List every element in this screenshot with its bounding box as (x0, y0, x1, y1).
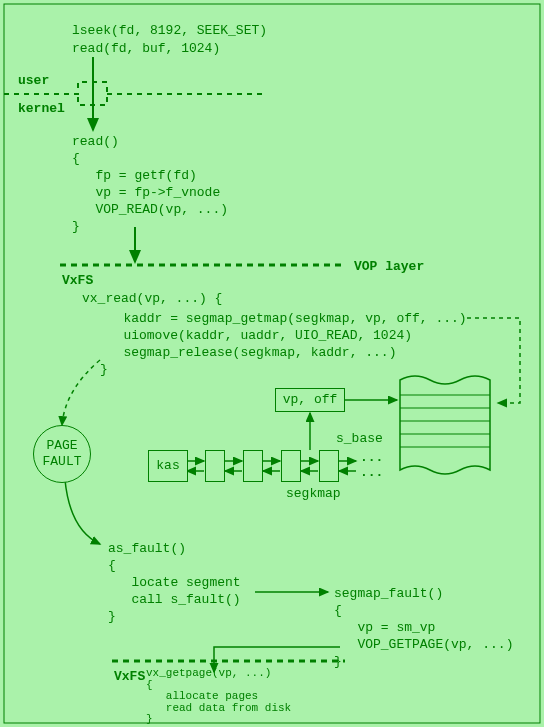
vop-layer-label: VOP layer (354, 258, 424, 276)
segfault-l2: { (334, 602, 342, 620)
kernel-label: kernel (18, 100, 65, 118)
s-base-label: s_base (336, 430, 383, 448)
vxread-l3: uiomove(kaddr, uaddr, UIO_READ, 1024) (100, 327, 412, 345)
kernel-read-l5: VOP_READ(vp, ...) (72, 201, 228, 219)
asfault-l2: { (108, 557, 116, 575)
vxread-l5: } (100, 361, 108, 379)
user-code-line2: read(fd, buf, 1024) (72, 40, 220, 58)
user-code-line1: lseek(fd, 8192, SEEK_SET) (72, 22, 267, 40)
vxread-l2: kaddr = segmap_getmap(segkmap, vp, off, … (100, 310, 467, 328)
asfault-l5: } (108, 608, 116, 626)
vp-off-label: vp, off (283, 392, 338, 407)
kas-label: kas (156, 458, 179, 473)
user-label: user (18, 72, 49, 90)
vxread-l1: vx_read(vp, ...) { (82, 290, 222, 308)
asfault-l4: call s_fault() (108, 591, 241, 609)
asfault-l1: as_fault() (108, 540, 186, 558)
vxfs-label-2: VxFS (114, 668, 145, 686)
vxgetpage-l1: vx_getpage(vp, ...) { allocate pages rea… (146, 668, 291, 726)
seg-node-2 (243, 450, 263, 482)
page-fault-node: PAGE FAULT (33, 425, 91, 483)
flow-lines (0, 0, 544, 727)
seg-node-1 (205, 450, 225, 482)
segfault-l5: } (334, 653, 342, 671)
diagram-canvas: lseek(fd, 8192, SEEK_SET) read(fd, buf, … (0, 0, 544, 727)
segfault-l1: segmap_fault() (334, 585, 443, 603)
asfault-l3: locate segment (108, 574, 241, 592)
seg-node-3 (281, 450, 301, 482)
kernel-read-l6: } (72, 218, 80, 236)
kernel-read-l2: { (72, 150, 80, 168)
page-fault-label: PAGE FAULT (34, 438, 90, 469)
vp-off-box: vp, off (275, 388, 345, 412)
vxread-l4: segmap_release(segkmap, kaddr, ...) (100, 344, 396, 362)
segfault-l3: vp = sm_vp (334, 619, 435, 637)
kernel-read-l3: fp = getf(fd) (72, 167, 197, 185)
kernel-read-l1: read() (72, 133, 119, 151)
kas-box: kas (148, 450, 188, 482)
dots-bot: ... (360, 464, 383, 482)
kernel-read-l4: vp = fp->f_vnode (72, 184, 220, 202)
vxfs-label-1: VxFS (62, 272, 93, 290)
segfault-l4: VOP_GETPAGE(vp, ...) (334, 636, 513, 654)
segkmap-label: segkmap (286, 485, 341, 503)
seg-node-4 (319, 450, 339, 482)
svg-rect-0 (4, 4, 540, 723)
